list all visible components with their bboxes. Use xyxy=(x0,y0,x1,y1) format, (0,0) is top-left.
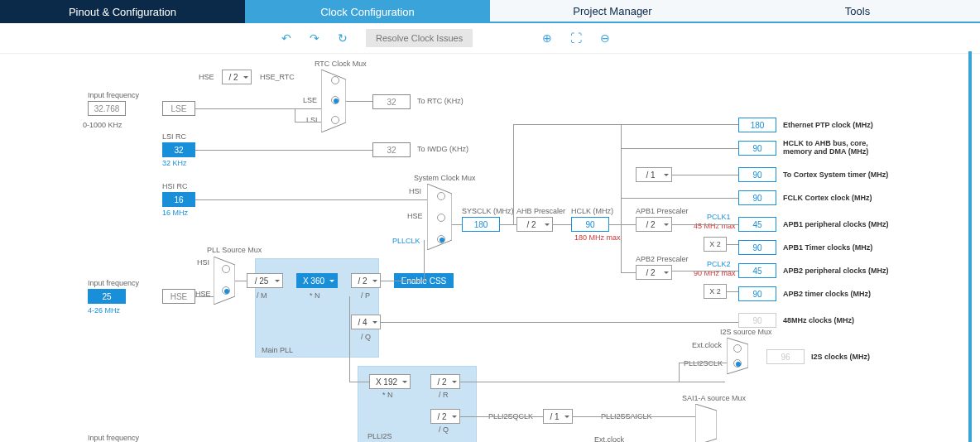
rtc-radio-hsertc[interactable] xyxy=(331,76,339,84)
out-1-lbl: HCLK to AHB bus, core, memory and DMA (M… xyxy=(783,139,897,156)
svg-marker-1 xyxy=(214,257,235,305)
fit-icon[interactable]: ⛶ xyxy=(570,31,582,45)
hse-range: 4-26 MHz xyxy=(88,306,120,315)
rtc-radio-lsi[interactable] xyxy=(331,116,339,124)
clock-diagram: Input frequency 32.768 0-1000 KHz LSE LS… xyxy=(0,51,972,442)
rtc-mux-title: RTC Clock Mux xyxy=(315,60,367,68)
sys-radio-pll[interactable] xyxy=(437,235,445,243)
tab-project[interactable]: Project Manager xyxy=(490,0,735,23)
apb2-label: APB2 Prescaler xyxy=(636,255,689,263)
sysclk-label: SYSCLK (MHz) xyxy=(462,207,514,215)
zoom-in-icon[interactable]: ⊕ xyxy=(542,31,552,45)
refresh-icon[interactable]: ↻ xyxy=(338,31,348,45)
out-2-lbl: To Cortex System timer (MHz) xyxy=(783,171,888,179)
pll-p-select[interactable]: / 2 xyxy=(351,273,381,288)
lsi-val: 32 xyxy=(162,142,195,157)
pll-radio-hsi[interactable] xyxy=(222,265,230,273)
out-1-val: 90 xyxy=(738,141,776,156)
pll-radio-hse[interactable] xyxy=(222,286,230,295)
pll-p: / P xyxy=(361,291,370,300)
plli2s-qdiv-select[interactable]: / 1 xyxy=(543,409,573,424)
plli2s-r-select[interactable]: / 2 xyxy=(430,374,460,389)
out-7-val: 90 xyxy=(738,286,776,301)
out-6-lbl: APB2 peripheral clocks (MHz) xyxy=(783,267,889,275)
hse-div-select[interactable]: / 2 xyxy=(222,70,252,84)
hsi-val: 16 xyxy=(162,192,195,207)
out-3-val: 90 xyxy=(738,190,776,205)
plli2s-q: / Q xyxy=(439,425,449,434)
plli2s-n-select[interactable]: X 192 xyxy=(369,374,411,389)
tab-clock[interactable]: Clock Configuration xyxy=(245,0,490,23)
out-7-lbl: APB2 timer clocks (MHz) xyxy=(783,290,871,298)
rtc-label: To RTC (KHz) xyxy=(417,97,464,105)
ahb-select[interactable]: / 2 xyxy=(516,217,553,232)
main-tabs: Pinout & Configuration Clock Configurati… xyxy=(0,0,980,23)
i2s-radio-pll[interactable] xyxy=(733,359,742,368)
sai-ext: Ext.clock xyxy=(594,435,624,442)
sys-radio-hse[interactable] xyxy=(437,214,445,222)
hse-freq-label: Input frequency xyxy=(88,279,139,287)
out-4-lbl: APB1 peripheral clocks (MHz) xyxy=(783,220,889,228)
lsi-hz: 32 KHz xyxy=(162,159,187,167)
out-2-val: 90 xyxy=(738,167,776,182)
out-0-val: 180 xyxy=(738,118,776,132)
out-6-val: 45 xyxy=(738,263,776,278)
lse-freq-input[interactable]: 32.768 xyxy=(88,101,126,116)
i2s-label: I2S clocks (MHz) xyxy=(811,353,870,361)
pclk1-label: PCLK1 xyxy=(707,213,731,221)
bot-freq-label: Input frequency xyxy=(88,434,139,442)
rtc-val: 32 xyxy=(372,94,411,109)
tab-tools[interactable]: Tools xyxy=(735,0,980,23)
hsi-label: HSI RC xyxy=(162,182,188,190)
hse-tag: HSE xyxy=(199,73,214,81)
out-5-lbl: APB1 Timer clocks (MHz) xyxy=(783,243,872,252)
i2s-radio-ext[interactable] xyxy=(733,344,742,353)
hse-freq-input[interactable]: 25 xyxy=(88,289,126,304)
tab-pinout[interactable]: Pinout & Configuration xyxy=(0,0,245,23)
apb1-select[interactable]: / 2 xyxy=(636,217,672,232)
ahb-label: AHB Prescaler xyxy=(516,207,565,215)
rtc-radio-lse[interactable] xyxy=(331,96,339,104)
hse-block[interactable]: HSE xyxy=(162,289,195,304)
hclk-val[interactable]: 90 xyxy=(571,217,609,232)
sys-mux-title: System Clock Mux xyxy=(414,174,476,182)
rtc-lse-tag: LSE xyxy=(303,96,317,104)
hsi-hz: 16 MHz xyxy=(162,209,188,217)
plli2s-r: / R xyxy=(439,391,449,399)
apb2-select[interactable]: / 2 xyxy=(636,265,672,280)
lse-block[interactable]: LSE xyxy=(162,101,195,116)
lse-freq-label: Input frequency xyxy=(88,91,139,99)
svg-marker-3 xyxy=(727,338,748,374)
i2s-pll: PLLI2SCLK xyxy=(684,359,723,368)
rtc-lsi-tag: LSI xyxy=(306,116,318,124)
pclk1-max: 45 MHz max xyxy=(694,222,736,230)
out-5-val: 90 xyxy=(738,240,776,255)
sai-title: SAI1-A source Mux xyxy=(682,394,746,402)
sys-hsi-tag: HSI xyxy=(409,187,421,195)
cortex-div-select[interactable]: / 1 xyxy=(636,167,672,182)
pll-q: / Q xyxy=(361,333,371,341)
toolbar: ↶ ↷ ↻ Resolve Clock Issues ⊕ ⛶ ⊖ xyxy=(0,23,980,54)
pll-m-select[interactable]: / 25 xyxy=(247,273,283,288)
pll-mux-title: PLL Source Mux xyxy=(207,246,262,254)
i2s-title: I2S source Mux xyxy=(720,328,772,336)
pll-m: / M xyxy=(257,291,267,300)
out-8-val: 90 xyxy=(738,313,776,328)
pll-q-select[interactable]: / 4 xyxy=(351,315,381,329)
zoom-out-icon[interactable]: ⊖ xyxy=(600,31,610,45)
sysclk-val[interactable]: 180 xyxy=(462,217,500,232)
lsi-label: LSI RC xyxy=(162,132,186,141)
i2s-val: 96 xyxy=(766,349,805,364)
sys-pllclk-tag: PLLCLK xyxy=(392,237,420,245)
sys-radio-hsi[interactable] xyxy=(437,192,445,200)
pll-n-select[interactable]: X 360 xyxy=(296,273,338,288)
out-4-val: 45 xyxy=(738,217,776,232)
plli2s-q-select[interactable]: / 2 xyxy=(430,409,460,424)
redo-icon[interactable]: ↷ xyxy=(310,31,319,45)
main-pll-label: Main PLL xyxy=(262,346,293,354)
resolve-button[interactable]: Resolve Clock Issues xyxy=(366,29,473,47)
hclk-label: HCLK (MHz) xyxy=(571,207,613,215)
apb1-label: APB1 Prescaler xyxy=(636,207,689,215)
undo-icon[interactable]: ↶ xyxy=(281,31,291,45)
pclk2-label: PCLK2 xyxy=(707,260,731,268)
